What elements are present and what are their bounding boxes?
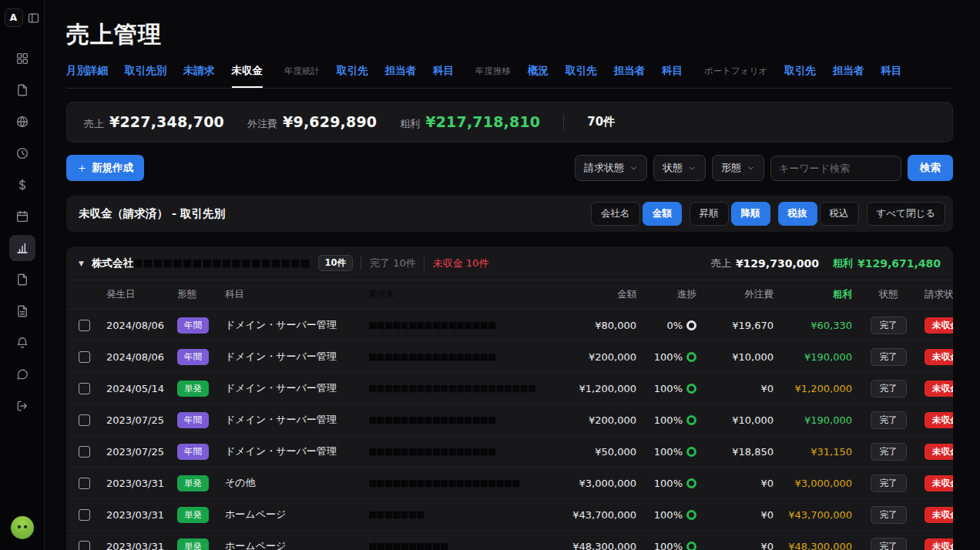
- table-body: 2024/08/06年間ドメイン・サーバー管理■■■■■■■■■■■■■■■■¥…: [66, 310, 953, 550]
- tab[interactable]: 科目: [662, 64, 683, 88]
- tab[interactable]: 取引先: [784, 64, 816, 88]
- tab[interactable]: 科目: [881, 64, 901, 88]
- summary-profit-label: 粗利: [400, 117, 420, 131]
- sidebar-item-invoices[interactable]: [9, 267, 35, 293]
- summary-sales-label: 売上: [84, 117, 104, 131]
- row-progress: 100%: [643, 478, 703, 489]
- search-button[interactable]: 検索: [908, 155, 953, 181]
- row-checkbox[interactable]: [79, 541, 90, 550]
- sidebar-item-documents[interactable]: [9, 77, 35, 103]
- toggle-option[interactable]: 降順: [731, 202, 770, 226]
- panel-left-icon[interactable]: [27, 12, 40, 25]
- toggle-option[interactable]: 金額: [643, 202, 682, 226]
- tab[interactable]: 担当者: [833, 64, 864, 88]
- sidebar-item-logout[interactable]: [9, 393, 35, 419]
- billing-badge: 未収金: [925, 538, 953, 550]
- sidebar-item-reports[interactable]: [9, 298, 35, 324]
- filter-dropdown[interactable]: 形態: [712, 155, 764, 181]
- sidebar-item-analytics[interactable]: [9, 235, 35, 261]
- row-checkbox[interactable]: [79, 414, 90, 426]
- tab[interactable]: 取引先別: [125, 64, 166, 88]
- tab[interactable]: 取引先: [337, 64, 368, 88]
- billing-badge: 未収金: [925, 507, 953, 523]
- toggle-option[interactable]: 会社名: [591, 202, 640, 226]
- summary-count: 70件: [587, 115, 615, 129]
- row-profit: ¥1,200,000: [780, 383, 858, 394]
- dashboard-icon: [15, 52, 29, 65]
- row-progress: 100%: [643, 351, 703, 363]
- filter-dropdown[interactable]: 請求状態: [575, 155, 647, 181]
- table-row: 2024/08/06年間ドメイン・サーバー管理■■■■■■■■■■■■■■■■¥…: [66, 310, 953, 341]
- col-header: 科目: [219, 288, 362, 301]
- row-category: ホームページ: [219, 539, 362, 550]
- row-outsource: ¥19,670: [703, 320, 780, 331]
- row-outsource: ¥18,850: [703, 446, 780, 458]
- col-header: 請求状態: [918, 288, 953, 301]
- filter-dropdown[interactable]: 状態: [653, 155, 706, 181]
- user-avatar[interactable]: [11, 516, 34, 539]
- table-row: 2024/08/06年間ドメイン・サーバー管理■■■■■■■■■■■■■■■■¥…: [66, 341, 953, 373]
- sidebar-item-time[interactable]: [9, 140, 35, 166]
- sidebar-item-messages[interactable]: [9, 361, 35, 387]
- row-checkbox[interactable]: [79, 509, 90, 521]
- row-project-redacted: ■■■■■■■■■■■■■■■■■■■■■: [362, 383, 556, 394]
- status-badge: 完了: [871, 317, 907, 334]
- row-progress: 0%: [643, 320, 703, 331]
- row-amount: ¥50,000: [556, 446, 643, 458]
- tab[interactable]: 科目: [433, 64, 454, 88]
- type-badge: 単発: [177, 475, 209, 491]
- sidebar-item-schedule[interactable]: [9, 203, 35, 230]
- col-header: 粗利: [780, 288, 858, 301]
- sidebar-item-web[interactable]: [9, 109, 35, 135]
- tab-active[interactable]: 未収金: [232, 64, 263, 88]
- billing-badge: 未収金: [925, 444, 953, 460]
- table-row: 2023/03/31単発ホームページ■■■■■■■¥43,700,000100%…: [66, 499, 953, 531]
- keyword-search-input[interactable]: [770, 156, 901, 181]
- summary-outsource-label: 外注費: [247, 117, 277, 131]
- row-category: ホームページ: [219, 508, 362, 521]
- tab[interactable]: 未請求: [183, 64, 215, 88]
- app-logo[interactable]: A: [5, 8, 23, 27]
- toggle-option[interactable]: 昇順: [690, 202, 729, 226]
- row-progress: 100%: [643, 509, 703, 521]
- row-date: 2023/03/31: [100, 478, 171, 489]
- close-all-button[interactable]: すべて閉じる: [867, 202, 945, 226]
- sidebar-item-dashboard[interactable]: [9, 45, 35, 72]
- tab[interactable]: 概況: [528, 64, 549, 88]
- table-row: 2023/03/31単発ホームページ■■■■■■■■■■¥48,300,0001…: [66, 531, 953, 550]
- row-date: 2024/08/06: [100, 351, 171, 363]
- tab[interactable]: 取引先: [566, 64, 597, 88]
- row-progress: 100%: [643, 446, 703, 458]
- table-scroll-area: 発生日形態科目案件名金額進捗外注費粗利状態請求状態 2024/08/06年間ドメ…: [66, 280, 953, 550]
- type-badge: 年間: [177, 412, 209, 428]
- chat-icon: [15, 367, 29, 381]
- sidebar-item-sales[interactable]: [9, 172, 35, 198]
- row-checkbox[interactable]: [79, 478, 90, 489]
- sidebar-item-notifications[interactable]: [9, 330, 35, 356]
- row-checkbox[interactable]: [79, 446, 90, 458]
- toggle-option[interactable]: 税抜: [778, 202, 817, 226]
- create-button-label: 新規作成: [92, 161, 133, 175]
- status-badge: 完了: [871, 380, 907, 397]
- type-badge: 単発: [177, 538, 209, 550]
- group-unpaid-count: 未収金 10件: [424, 257, 489, 270]
- group-sales-label: 売上: [711, 257, 731, 270]
- row-progress: 100%: [643, 414, 703, 426]
- row-checkbox[interactable]: [79, 351, 90, 363]
- toggle-option[interactable]: 税込: [820, 202, 859, 226]
- billing-badge: 未収金: [925, 381, 953, 397]
- progress-ring-icon: [686, 320, 696, 330]
- tab[interactable]: 月別詳細: [66, 64, 108, 88]
- row-outsource: ¥0: [703, 478, 780, 489]
- row-checkbox[interactable]: [79, 320, 90, 331]
- row-checkbox[interactable]: [79, 383, 90, 394]
- create-button[interactable]: 新規作成: [66, 155, 144, 181]
- tab[interactable]: 担当者: [385, 64, 417, 88]
- calendar-icon: [15, 210, 29, 223]
- row-profit: ¥190,000: [780, 351, 858, 363]
- row-amount: ¥80,000: [556, 320, 643, 331]
- tab[interactable]: 担当者: [614, 64, 646, 88]
- clock-icon: [15, 146, 29, 160]
- collapse-icon[interactable]: ▼: [79, 260, 84, 267]
- row-project-redacted: ■■■■■■■■■■■■■■■■: [362, 414, 556, 425]
